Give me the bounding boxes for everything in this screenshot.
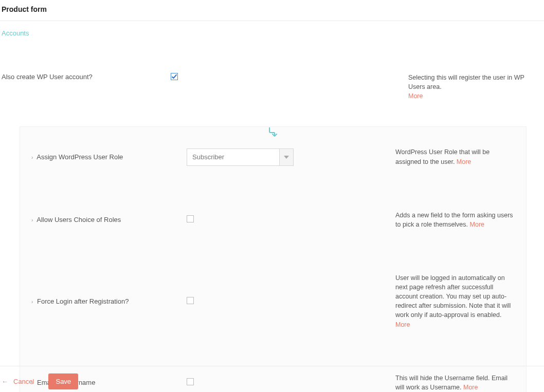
- allow-choice-label: Allow Users Choice of Roles: [37, 216, 121, 223]
- wp-user-options-panel: › Assign WordPress User Role Subscriber …: [20, 126, 527, 392]
- assign-role-select[interactable]: Subscriber: [187, 148, 294, 166]
- svg-marker-0: [284, 156, 289, 159]
- allow-choice-more-link[interactable]: More: [470, 221, 484, 228]
- caret-icon: ›: [31, 299, 33, 305]
- create-wp-user-description: Selecting this will register the user in…: [408, 73, 542, 101]
- check-icon: [171, 73, 177, 80]
- caret-icon: ›: [31, 217, 33, 223]
- assign-role-description: WordPress User Role that will be assigne…: [395, 147, 515, 166]
- create-wp-user-checkbox[interactable]: [171, 73, 178, 80]
- assign-role-label: Assign WordPress User Role: [37, 153, 123, 161]
- assign-role-more-link[interactable]: More: [457, 158, 471, 165]
- force-login-more-link[interactable]: More: [395, 321, 410, 328]
- save-button[interactable]: Save: [48, 374, 78, 389]
- create-wp-user-label: Also create WP User account?: [0, 73, 171, 81]
- allow-choice-checkbox[interactable]: [187, 215, 194, 222]
- section-accounts-label: Accounts: [0, 21, 544, 37]
- force-login-label: Force Login after Registration?: [37, 297, 129, 305]
- force-login-description: User will be logged in automatically on …: [395, 273, 515, 329]
- force-login-checkbox[interactable]: [187, 297, 194, 304]
- arrow-down-icon: [268, 126, 278, 139]
- allow-choice-description: Adds a new field to the form asking user…: [395, 211, 515, 229]
- assign-role-value: Subscriber: [187, 148, 279, 166]
- caret-icon: ›: [31, 155, 33, 160]
- cancel-button-label: Cancel: [13, 378, 34, 385]
- cancel-button[interactable]: ← Cancel: [2, 378, 34, 385]
- create-wp-user-more-link[interactable]: More: [408, 92, 423, 100]
- arrow-left-icon: ←: [2, 378, 8, 385]
- chevron-down-icon: [279, 148, 294, 166]
- page-title: Product form: [0, 0, 544, 21]
